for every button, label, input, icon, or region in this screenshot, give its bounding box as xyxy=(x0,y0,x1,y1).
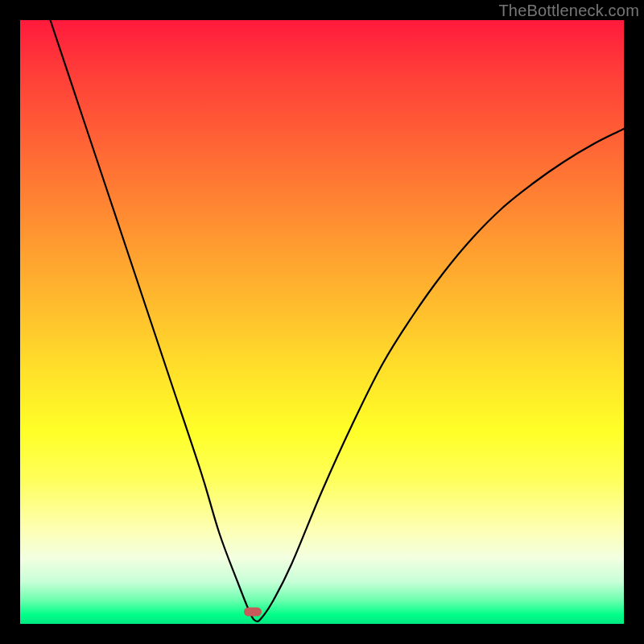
bottleneck-curve xyxy=(20,20,624,624)
watermark-text: TheBottleneck.com xyxy=(498,2,639,20)
plot-area xyxy=(20,20,624,624)
curve-path xyxy=(51,20,625,621)
optimal-point-marker xyxy=(244,608,262,617)
chart-frame: TheBottleneck.com xyxy=(0,0,644,644)
